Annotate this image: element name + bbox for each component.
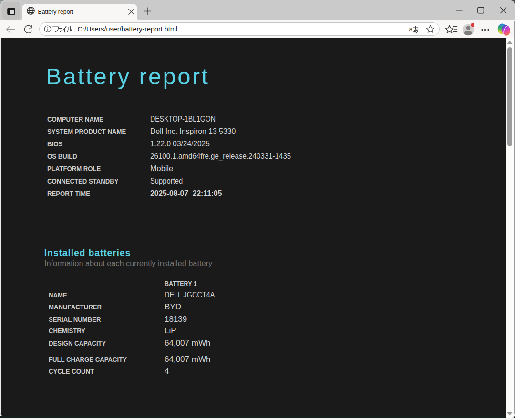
svg-text:a: a [409, 25, 413, 33]
